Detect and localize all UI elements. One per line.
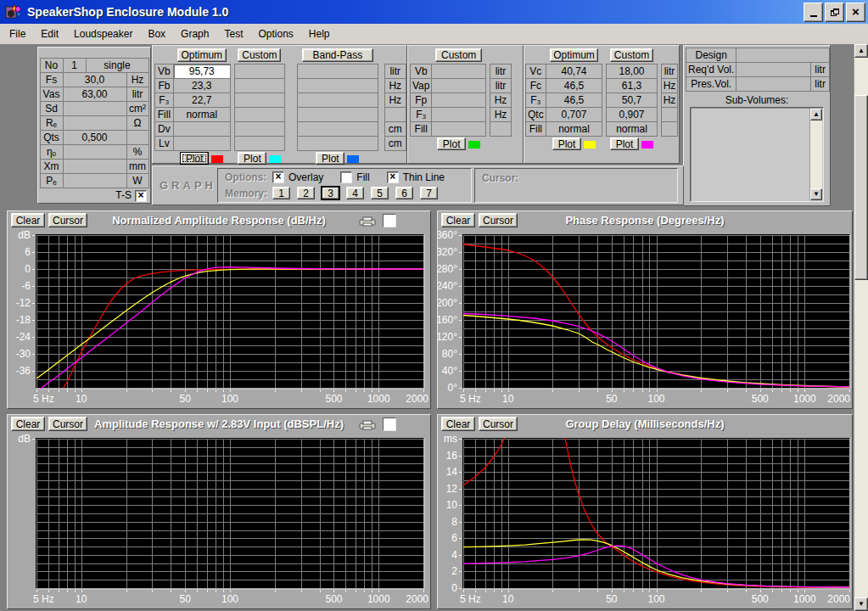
printer-icon[interactable] <box>359 216 376 227</box>
param-value[interactable]: 0,907 <box>607 107 657 121</box>
param-value[interactable]: normal <box>607 121 657 136</box>
chart-cursor-button[interactable]: Cursor <box>48 213 87 227</box>
sub-volumes-scrollbar[interactable]: ▲ ▼ <box>809 109 822 200</box>
param-value[interactable] <box>234 136 284 150</box>
scroll-up-icon[interactable]: ▲ <box>810 109 822 121</box>
scrollbar-thumb[interactable] <box>854 95 868 280</box>
plot-button-vented-3[interactable]: Plot <box>316 152 344 165</box>
menu-test[interactable]: Test <box>216 25 250 42</box>
param-value[interactable] <box>297 64 378 78</box>
param-value[interactable]: normal <box>173 107 230 121</box>
param-value2[interactable]: single <box>86 59 148 73</box>
memory-button-2[interactable]: 2 <box>297 187 315 199</box>
vented-band-pass-button[interactable]: Band-Pass <box>302 48 373 62</box>
param-value[interactable] <box>63 174 126 188</box>
param-value[interactable] <box>432 121 485 136</box>
reqd-vol-value[interactable] <box>736 63 811 77</box>
ts-checkbox[interactable]: × <box>135 190 147 202</box>
memory-button-3[interactable]: 3 <box>322 187 339 199</box>
sealed-optimum-button[interactable]: Optimum <box>550 48 599 62</box>
param-value[interactable] <box>234 78 284 92</box>
chart-print-checkbox[interactable] <box>383 418 396 431</box>
scroll-down-icon[interactable]: ▼ <box>810 188 822 200</box>
param-value[interactable] <box>297 92 378 107</box>
memory-button-7[interactable]: 7 <box>420 187 438 199</box>
param-value[interactable]: normal <box>546 121 602 136</box>
chart-clear-button[interactable]: Clear <box>441 213 475 227</box>
param-value[interactable] <box>63 102 126 116</box>
checkbox-thin-line[interactable]: × <box>387 171 399 183</box>
menu-help[interactable]: Help <box>301 25 338 42</box>
menu-options[interactable]: Options <box>250 25 300 42</box>
param-value[interactable] <box>297 107 378 121</box>
param-value[interactable]: 1 <box>63 59 86 73</box>
close-button[interactable]: × <box>846 3 865 22</box>
param-value[interactable] <box>432 92 485 107</box>
printer-icon[interactable] <box>359 420 376 430</box>
chart-cursor-button[interactable]: Cursor <box>479 417 518 431</box>
memory-button-6[interactable]: 6 <box>395 187 413 199</box>
memory-button-1[interactable]: 1 <box>272 187 290 199</box>
plot-button-vented-2[interactable]: Plot <box>238 152 266 165</box>
param-value[interactable]: 95,73 <box>173 64 230 78</box>
param-value[interactable] <box>234 121 284 136</box>
param-value[interactable]: 22,7 <box>173 92 230 107</box>
param-value[interactable]: 40,74 <box>546 64 602 78</box>
bandpass-custom-button[interactable]: Custom <box>435 48 482 62</box>
plot-button-vented-1[interactable]: Plot <box>180 152 209 165</box>
param-value[interactable] <box>234 92 284 107</box>
memory-button-4[interactable]: 4 <box>346 187 364 199</box>
param-value[interactable]: 18,00 <box>607 64 657 78</box>
sealed-custom-button[interactable]: Custom <box>610 48 653 62</box>
menu-graph[interactable]: Graph <box>173 25 216 42</box>
param-value[interactable] <box>297 121 378 136</box>
param-value[interactable] <box>63 160 126 174</box>
vented-optimum-button[interactable]: Optimum <box>177 48 227 62</box>
param-value[interactable]: 46,5 <box>546 78 602 92</box>
param-value[interactable]: 50,7 <box>607 92 657 107</box>
scroll-down-icon[interactable]: ▼ <box>854 597 868 611</box>
chart-clear-button[interactable]: Clear <box>11 417 45 431</box>
param-value[interactable]: 0,500 <box>63 131 126 145</box>
chart-cursor-button[interactable]: Cursor <box>479 213 518 227</box>
vented-custom-button[interactable]: Custom <box>238 48 281 62</box>
minimize-button[interactable] <box>804 3 823 22</box>
checkbox-fill[interactable] <box>340 171 352 183</box>
memory-button-5[interactable]: 5 <box>371 187 389 199</box>
param-value[interactable] <box>297 136 378 150</box>
chart-cursor-button[interactable]: Cursor <box>48 417 87 431</box>
scroll-up-icon[interactable]: ▲ <box>854 44 868 58</box>
restore-button[interactable] <box>825 3 844 22</box>
param-value[interactable]: 46,5 <box>546 92 602 107</box>
plot-button-sealed-1[interactable]: Plot <box>552 137 581 150</box>
param-value[interactable]: 23,3 <box>173 78 230 92</box>
plot-button-sealed-2[interactable]: Plot <box>610 137 639 150</box>
menu-file[interactable]: File <box>2 25 33 42</box>
chart-clear-button[interactable]: Clear <box>441 417 475 431</box>
chart-print-checkbox[interactable] <box>383 214 396 227</box>
param-value[interactable] <box>234 64 284 78</box>
param-value[interactable]: 30,0 <box>63 73 126 87</box>
param-value[interactable] <box>432 107 485 121</box>
pres-vol-value[interactable] <box>736 77 811 92</box>
param-value[interactable] <box>297 78 378 92</box>
menu-edit[interactable]: Edit <box>33 25 66 42</box>
param-value[interactable] <box>432 64 485 78</box>
menu-box[interactable]: Box <box>140 25 173 42</box>
param-value[interactable] <box>173 121 230 136</box>
param-value[interactable] <box>63 116 126 131</box>
param-value[interactable] <box>173 136 230 150</box>
param-value[interactable]: 63,00 <box>63 87 126 102</box>
param-value[interactable] <box>432 78 485 92</box>
param-value[interactable] <box>63 145 126 160</box>
chart-clear-button[interactable]: Clear <box>11 213 45 227</box>
menu-loudspeaker[interactable]: Loudspeaker <box>66 25 140 42</box>
sub-volumes-listbox[interactable]: ▲ ▼ <box>690 107 824 202</box>
param-value[interactable]: 0,707 <box>546 107 602 121</box>
design-header-value[interactable] <box>736 48 830 63</box>
param-value[interactable] <box>234 107 284 121</box>
param-value[interactable]: 61,3 <box>607 78 657 92</box>
plot-button-bandpass-1[interactable]: Plot <box>437 137 466 150</box>
main-vertical-scrollbar[interactable]: ▲ ▼ <box>854 44 868 611</box>
checkbox-overlay[interactable]: × <box>272 171 284 183</box>
